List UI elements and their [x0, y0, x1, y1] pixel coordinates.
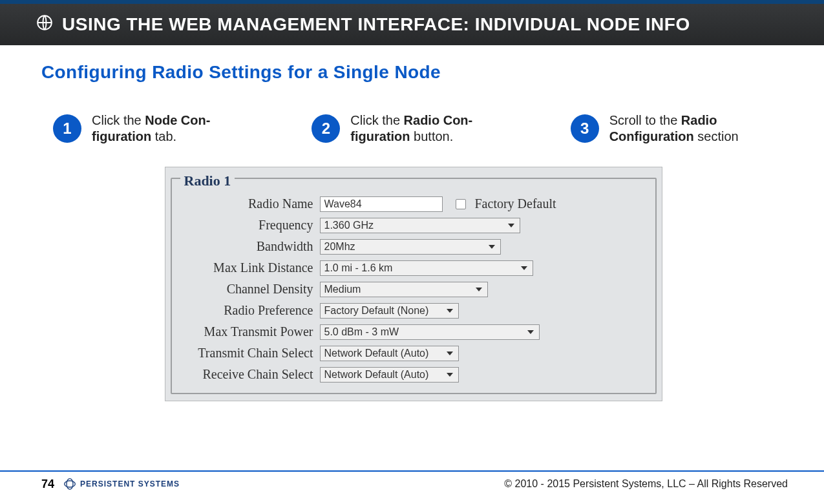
factory-default-checkbox[interactable] — [456, 199, 466, 209]
label-factory-default: Factory Default — [475, 196, 556, 211]
caret-icon — [521, 266, 527, 270]
max-transmit-power-select[interactable]: 5.0 dBm - 3 mW — [320, 324, 540, 340]
svg-point-1 — [65, 481, 76, 487]
channel-density-value: Medium — [324, 284, 361, 295]
transmit-chain-select[interactable]: Network Default (Auto) — [320, 346, 459, 361]
label-channel-density: Channel Density — [184, 282, 316, 297]
step-2: 2 Click the Radio Con-figuration button. — [312, 112, 526, 145]
logo-text: PERSISTENT SYSTEMS — [80, 479, 180, 488]
label-max-link-distance: Max Link Distance — [184, 260, 316, 275]
steps-row: 1 Click the Node Con-figuration tab. 2 C… — [41, 112, 785, 145]
radio1-legend: Radio 1 — [180, 173, 235, 189]
row-bandwidth: Bandwidth 20Mhz — [184, 236, 644, 257]
radio-config-panel: Radio 1 Radio Name Factory Default Frequ… — [165, 167, 662, 401]
caret-icon — [447, 373, 453, 377]
caret-icon — [508, 224, 514, 227]
radio-preference-select[interactable]: Factory Default (None) — [320, 303, 459, 319]
caret-icon — [489, 245, 495, 249]
step-3: 3 Scroll to the Radio Configuration sect… — [571, 112, 785, 145]
frequency-value: 1.360 GHz — [324, 220, 374, 231]
bandwidth-select[interactable]: 20Mhz — [320, 239, 501, 255]
transmit-chain-select-value: Network Default (Auto) — [324, 348, 429, 359]
row-radio-preference: Radio Preference Factory Default (None) — [184, 300, 644, 321]
svg-point-2 — [67, 479, 73, 490]
radio-name-input[interactable] — [320, 196, 443, 212]
receive-chain-select[interactable]: Network Default (Auto) — [320, 367, 459, 383]
copyright: © 2010 - 2015 Persistent Systems, LLC – … — [504, 478, 788, 490]
row-max-link-distance: Max Link Distance 1.0 mi - 1.6 km — [184, 257, 644, 278]
form-rows: Radio Name Factory Default Frequency 1.3… — [184, 193, 644, 385]
step-badge-2: 2 — [312, 114, 340, 143]
footer-left: 74 PERSISTENT SYSTEMS — [41, 478, 180, 491]
radio1-fieldset: Radio 1 Radio Name Factory Default Frequ… — [171, 178, 657, 394]
max-transmit-power-value: 5.0 dBm - 3 mW — [324, 326, 399, 338]
label-frequency: Frequency — [184, 218, 316, 233]
receive-chain-select-value: Network Default (Auto) — [324, 369, 429, 381]
radio-preference-value: Factory Default (None) — [324, 305, 429, 317]
step-1-post: tab. — [151, 129, 176, 143]
label-bandwidth: Bandwidth — [184, 239, 316, 254]
row-transmit-chain-select: Transmit Chain Select Network Default (A… — [184, 342, 644, 364]
frequency-select[interactable]: 1.360 GHz — [320, 218, 520, 233]
row-radio-name: Radio Name Factory Default — [184, 193, 644, 215]
step-1-pre: Click the — [92, 113, 145, 127]
row-receive-chain-select: Receive Chain Select Network Default (Au… — [184, 364, 644, 385]
row-channel-density: Channel Density Medium — [184, 278, 644, 300]
caret-icon — [447, 352, 453, 355]
channel-density-select[interactable]: Medium — [320, 282, 488, 297]
radio-config-screenshot: Radio 1 Radio Name Factory Default Frequ… — [41, 167, 785, 401]
footer: 74 PERSISTENT SYSTEMS © 2010 - 2015 Pers… — [0, 470, 824, 490]
step-badge-1: 1 — [53, 114, 81, 143]
page-header-title: USING THE WEB MANAGEMENT INTERFACE: INDI… — [62, 14, 690, 35]
step-badge-3: 3 — [571, 114, 599, 143]
label-max-transmit-power: Max Transmit Power — [184, 324, 316, 339]
step-3-text: Scroll to the Radio Configuration sectio… — [609, 112, 785, 145]
page-header: USING THE WEB MANAGEMENT INTERFACE: INDI… — [0, 0, 824, 45]
row-max-transmit-power: Max Transmit Power 5.0 dBm - 3 mW — [184, 321, 644, 342]
row-frequency: Frequency 1.360 GHz — [184, 215, 644, 236]
persistent-systems-logo: PERSISTENT SYSTEMS — [63, 478, 180, 490]
label-radio-name: Radio Name — [184, 196, 316, 211]
label-transmit-chain-select: Transmit Chain Select — [184, 346, 316, 361]
label-radio-preference: Radio Preference — [184, 303, 316, 318]
globe-icon — [36, 14, 53, 36]
caret-icon — [447, 309, 453, 313]
caret-icon — [476, 288, 482, 291]
caret-icon — [527, 330, 534, 334]
page-number: 74 — [41, 478, 54, 491]
step-1: 1 Click the Node Con-figuration tab. — [53, 112, 268, 145]
max-link-distance-value: 1.0 mi - 1.6 km — [324, 262, 393, 274]
step-2-post: button. — [410, 129, 454, 143]
body: Configuring Radio Settings for a Single … — [0, 45, 824, 401]
label-receive-chain-select: Receive Chain Select — [184, 367, 316, 382]
page: USING THE WEB MANAGEMENT INTERFACE: INDI… — [0, 0, 824, 504]
step-3-post: section — [694, 129, 739, 143]
max-link-distance-select[interactable]: 1.0 mi - 1.6 km — [320, 260, 533, 276]
step-2-pre: Click the — [350, 113, 403, 127]
section-title: Configuring Radio Settings for a Single … — [41, 62, 785, 83]
step-3-pre: Scroll to the — [609, 113, 681, 127]
step-2-text: Click the Radio Con-figuration button. — [350, 112, 526, 145]
bandwidth-value: 20Mhz — [324, 241, 355, 253]
step-1-text: Click the Node Con-figuration tab. — [92, 112, 268, 145]
